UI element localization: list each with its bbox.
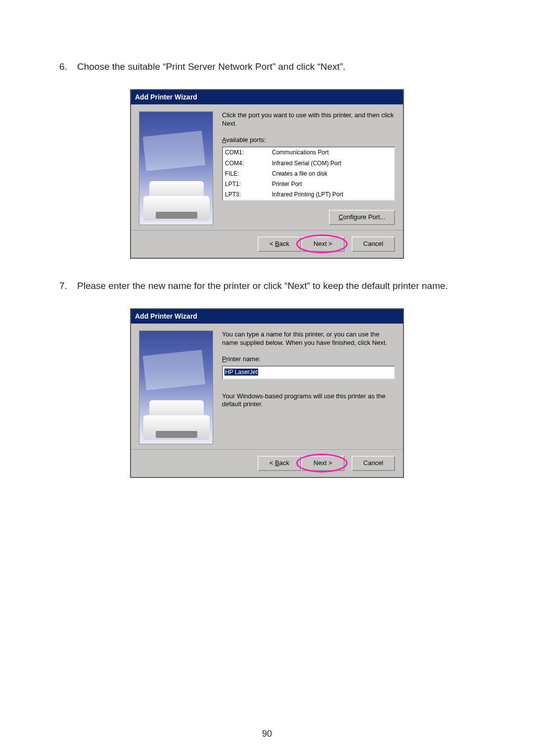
next-button[interactable]: Next > (301, 236, 345, 252)
step-7-text-row: 7. Please enter the new name for the pri… (59, 279, 475, 293)
cancel-button[interactable]: Cancel (352, 456, 395, 471)
wizard2-side-graphic (139, 331, 213, 444)
back-button[interactable]: < Back (258, 456, 301, 471)
wizard2-titlebar: Add Printer Wizard (131, 309, 403, 323)
list-item[interactable]: LPT3:Infrared Printing (LPT) Port (223, 189, 394, 200)
wizard1-content: Click the port you want to use with this… (222, 111, 395, 225)
side-graphic-paper (143, 131, 206, 171)
step-6-body: Choose the suitable “Print Server Networ… (77, 59, 475, 74)
page-number: 90 (0, 727, 534, 741)
side-graphic-paper (143, 350, 206, 390)
default-printer-note: Your Windows-based programs will use thi… (222, 392, 395, 409)
wizard1-titlebar: Add Printer Wizard (131, 90, 403, 104)
wizard1-footer: < Back Next > Cancel (131, 230, 403, 258)
step-7-body: Please enter the new name for the printe… (77, 279, 475, 293)
wizard1-body: Click the port you want to use with this… (131, 104, 403, 230)
wizard1-side-graphic (139, 111, 213, 225)
document-page: 6. Choose the suitable “Print Server Net… (0, 0, 534, 756)
wizard2-footer: < Back Next > Cancel (131, 449, 403, 477)
wizard2-content: You can type a name for this printer, or… (222, 331, 395, 444)
wizard2-body: You can type a name for this printer, or… (131, 324, 403, 449)
add-printer-wizard-name: Add Printer Wizard You can type a name f… (130, 308, 404, 477)
step-6: 6. Choose the suitable “Print Server Net… (59, 59, 475, 74)
back-button[interactable]: < Back (258, 236, 301, 252)
printer-name-label: Printer name: (222, 354, 395, 365)
step-7-number: 7. (59, 279, 77, 293)
list-item[interactable]: COM1:Communications Port (223, 147, 394, 158)
wizard1-button-group: < Back Next > Cancel (258, 236, 395, 252)
list-item[interactable]: COM4:Infrared Serial (COM) Port (223, 158, 394, 169)
list-item-selected[interactable]: MFCA1719-P1PrintServer Network Port (223, 200, 394, 201)
next-button[interactable]: Next > (301, 456, 345, 471)
wizard2-wrap: Add Printer Wizard You can type a name f… (59, 308, 475, 477)
wizard1-wrap: Add Printer Wizard Click the port you wa… (59, 89, 475, 259)
printer-icon (143, 400, 210, 440)
configure-port-row: Configure Port... (222, 210, 395, 225)
wizard2-instruction: You can type a name for this printer, or… (222, 331, 395, 347)
printer-name-value: HP LaserJet (224, 369, 258, 376)
list-item[interactable]: LPT1:Printer Port (223, 179, 394, 189)
list-item[interactable]: FILE:Creates a file on disk (223, 169, 394, 179)
wizard2-button-group: < Back Next > Cancel (258, 456, 395, 471)
available-ports-listbox[interactable]: COM1:Communications Port COM4:Infrared S… (222, 146, 395, 201)
configure-port-button[interactable]: Configure Port... (329, 210, 395, 225)
printer-name-input[interactable]: HP LaserJet (222, 366, 395, 379)
step-6-text-row: 6. Choose the suitable “Print Server Net… (59, 59, 475, 74)
wizard1-instruction: Click the port you want to use with this… (222, 111, 395, 128)
printer-icon (143, 181, 210, 221)
step-6-number: 6. (59, 59, 77, 74)
add-printer-wizard-ports: Add Printer Wizard Click the port you wa… (130, 89, 404, 259)
step-7: 7. Please enter the new name for the pri… (59, 279, 475, 293)
cancel-button[interactable]: Cancel (352, 236, 395, 252)
available-ports-label: Available ports: (222, 135, 395, 145)
